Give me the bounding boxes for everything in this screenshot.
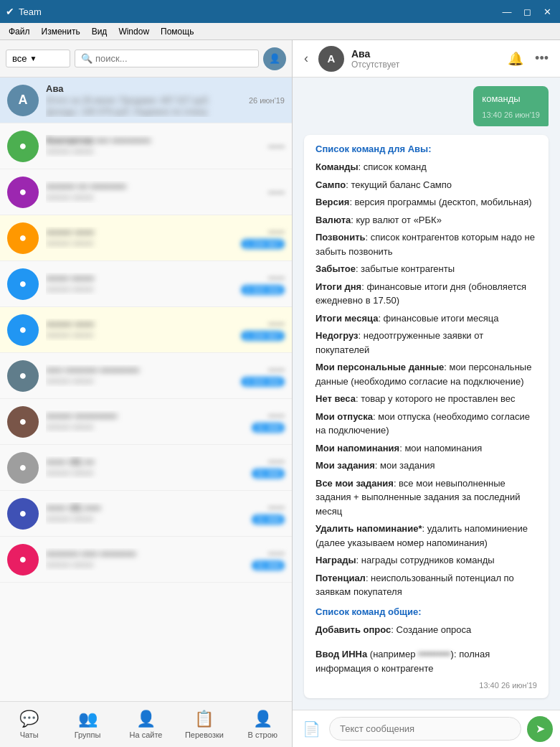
transport-icon: 📋 [194, 710, 214, 728]
filter-select[interactable]: все ▼ [6, 50, 70, 67]
close-button[interactable]: ✕ [540, 4, 554, 19]
cmd-item: Удалить напоминание*: удалить напоминиен… [315, 522, 537, 550]
cmd-item: Мои отпуска: мои отпуска (необходимо сог… [315, 410, 537, 438]
nav-item-site[interactable]: 👤 На сайте [117, 702, 175, 747]
chat-name: Контактов •••• •••••••••••• [46, 135, 261, 146]
right-actions: 🔔 ••• [505, 48, 551, 70]
cmd-message-time: 13:40 26 июн'19 [315, 681, 537, 690]
nav-item-groups[interactable]: 👥 Группы [58, 702, 116, 747]
cmd-item: Версия: версия программы (десктоп, мобил… [315, 195, 537, 210]
more-options-icon[interactable]: ••• [532, 48, 551, 69]
chat-item[interactable]: ● •••••••• ••••••••••••• •••••••• ••••••… [0, 399, 292, 445]
chat-time: •••••• [268, 188, 285, 197]
message-input[interactable] [329, 717, 521, 741]
chat-area: команды 13:40 26 июн'19 Список команд дл… [293, 77, 560, 710]
chat-item[interactable]: ● •••••• •31 ••••• •••••••• ••••••• ••••… [0, 491, 292, 537]
chat-preview: •••••••• ••••••• [46, 560, 245, 570]
active-chat-content: Ава Итого за 28 июня: Продажи: 487 027 р… [46, 83, 242, 117]
menu-help[interactable]: Помощь [155, 23, 199, 39]
chat-name: •••••••••• ••••• ••••••••••• [46, 548, 245, 559]
nav-item-chats[interactable]: 💬 Чаты [0, 702, 58, 747]
top-avatar[interactable]: 👤 [263, 47, 286, 70]
chat-item[interactable]: ● •••••••• •••••• •••••••• ••••••• •••••… [0, 215, 292, 261]
chat-avatar: ● [7, 544, 39, 575]
active-chat-meta: 26 июн'19 [249, 96, 285, 105]
nav-item-online[interactable]: 👤 В строю [234, 702, 292, 747]
chat-content: ••••• •••••••••• •••••••••••• •••••••• •… [46, 365, 234, 387]
send-button[interactable]: ➤ [527, 716, 553, 742]
back-button[interactable]: ‹ [301, 48, 311, 69]
chat-item[interactable]: ● ••••••• ••••••• •••••••• ••••••• •••••… [0, 261, 292, 307]
title-bar: ✔ Team — ◻ ✕ [0, 0, 560, 23]
search-input[interactable] [95, 53, 252, 64]
chat-time: •••••• [268, 319, 285, 328]
chat-content: •••••••••• ••••• ••••••••••• •••••••• ••… [46, 548, 245, 570]
chat-avatar: ● [7, 222, 39, 254]
active-chat-name: Ава [46, 83, 242, 94]
active-chat-item[interactable]: А Ава Итого за 28 июня: Продажи: 487 027… [0, 77, 292, 123]
chat-item[interactable]: ● ••••• •••••••••• •••••••••••• ••••••••… [0, 353, 292, 399]
chat-content: •••••••• ••••••••••••• •••••••• ••••••• [46, 410, 245, 433]
command-list-bubble: Список команд для Авы: Команды: список к… [304, 135, 549, 698]
menu-window[interactable]: Window [113, 23, 155, 39]
notification-bell-icon[interactable]: 🔔 [505, 48, 526, 70]
cmd-item: Итоги дня: финансовые итоги дня (обновля… [315, 280, 537, 308]
cmd-item: Мои задания: мои задания [315, 459, 537, 473]
chat-preview: •••••••• ••••••• [46, 285, 234, 295]
chat-item[interactable]: ● ••••••••• ••• ••••••••••• •••••••• •••… [0, 169, 292, 215]
message-row-received: Список команд для Авы: Команды: список к… [304, 132, 549, 701]
chat-content: ••••••• ••••••• •••••••• ••••••• [46, 273, 234, 295]
chat-item[interactable]: ● •••••• •31 ••• •••••••• ••••••• ••••••… [0, 445, 292, 491]
chevron-down-icon: ▼ [30, 55, 37, 62]
top-bar-left: все ▼ 🔍 👤 [0, 40, 292, 77]
chat-avatar: ● [7, 452, 39, 484]
chat-item[interactable]: ● •••••••• •••••• •••••••• ••••••• •••••… [0, 307, 292, 353]
cmd-item: Недогруз: недоотгруженные заявки от поку… [315, 329, 537, 357]
chat-time: •••••• [268, 503, 285, 512]
nav-item-transport[interactable]: 📋 Перевозки [175, 702, 233, 747]
chat-meta: •••••• 1 234 567 [241, 319, 285, 341]
nav-label-site: На сайте [130, 730, 163, 739]
menu-file[interactable]: Файл [3, 23, 36, 39]
maximize-button[interactable]: ◻ [520, 4, 534, 19]
active-chat-avatar: А [7, 85, 39, 116]
chat-item[interactable]: ● •••••••••• ••••• ••••••••••• •••••••• … [0, 537, 292, 583]
chat-meta: •••••• 3 333 332 [241, 365, 285, 387]
chat-meta: •••••• 31 000 [252, 503, 285, 525]
chat-name: •••••• •31 ••••• [46, 502, 245, 513]
chat-avatar: ● [7, 498, 39, 530]
online-icon: 👤 [253, 710, 272, 728]
right-top-bar: ‹ А Ава Отсутствует 🔔 ••• [293, 40, 560, 77]
cmd-item: Нет веса: товар у которого не проставлен… [315, 392, 537, 406]
minimize-button[interactable]: — [500, 4, 514, 19]
chat-item[interactable]: ● Контактов •••• •••••••••••• •••••••• •… [0, 123, 292, 169]
app-icon: ✔ [6, 6, 14, 17]
site-icon: 👤 [136, 710, 156, 728]
cmd-item: Мои персональные данные: мои персональны… [315, 360, 537, 388]
chat-avatar: ● [7, 177, 39, 208]
chat-avatar: ● [7, 268, 39, 300]
active-chat-preview: Итого за 28 июня: Продажи: 487 027 руб. [46, 95, 242, 105]
cmd-item: Итоги месяца: финансовые итоги месяца [315, 311, 537, 326]
chat-time: •••••• [268, 411, 285, 420]
cmd-section-title-1: Список команд для Авы: [315, 144, 537, 154]
right-user-name: Ава [351, 48, 498, 60]
chat-meta: •••••• 3 333 332 [241, 273, 285, 295]
chat-avatar: ● [7, 314, 39, 346]
cmd-item: Потенциал: неиспользованный потенциал по… [315, 571, 537, 599]
chat-name: •••••••• •••••• [46, 319, 234, 329]
chats-icon: 💬 [19, 710, 39, 728]
chat-meta: •••••• 31 000 [252, 411, 285, 433]
menu-edit[interactable]: Изменить [36, 23, 86, 39]
chat-time: •••••• [268, 273, 285, 282]
cmd-item: Добавить опрос: Создание опроса [315, 623, 537, 637]
attach-icon[interactable]: 📄 [300, 718, 323, 741]
chat-avatar: ● [7, 360, 39, 392]
chat-avatar: ● [7, 406, 39, 438]
chat-badge: 3 333 332 [241, 285, 285, 295]
cmd-item: Валюта: кур валют от «РБК» [315, 213, 537, 227]
menu-view[interactable]: Вид [86, 23, 113, 39]
chat-name: ••••••• ••••••• [46, 273, 234, 283]
chat-meta: •••••• [268, 188, 285, 197]
chat-badge: 31 000 [252, 560, 285, 570]
